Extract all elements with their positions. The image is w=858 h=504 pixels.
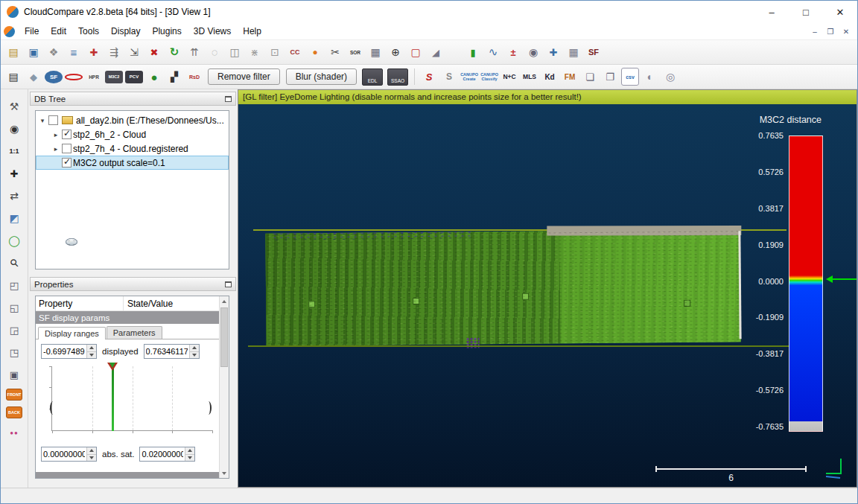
canupo-classify-icon[interactable]: CANUPO Classify xyxy=(480,68,498,86)
sat-max-input[interactable] xyxy=(140,447,185,461)
sor-filter-icon[interactable]: SOR xyxy=(346,43,364,61)
tab-display-ranges[interactable]: Display ranges xyxy=(38,327,106,339)
point-picking-icon[interactable]: ⊕ xyxy=(387,43,404,61)
sat-min-input[interactable] xyxy=(42,447,86,461)
resample-icon[interactable]: ⇶ xyxy=(105,43,123,61)
menu-display[interactable]: Display xyxy=(105,23,146,39)
orient-plane-icon[interactable]: ◢ xyxy=(427,43,445,61)
spin-down-button[interactable] xyxy=(185,454,194,462)
view-front-icon[interactable]: ◲ xyxy=(6,322,22,338)
spin-down-button[interactable] xyxy=(87,351,96,359)
kd-icon[interactable]: Kd xyxy=(541,68,559,86)
tools-icon[interactable]: ⚒ xyxy=(6,98,22,115)
save-icon[interactable]: ▣ xyxy=(25,43,42,61)
snapshot-camera-icon[interactable]: ◉ xyxy=(6,121,22,137)
register-icon[interactable]: ↻ xyxy=(165,43,183,61)
extract-section-icon[interactable]: ⊡ xyxy=(266,43,284,61)
label-icon[interactable]: ● xyxy=(306,43,324,61)
remove-filter-button[interactable]: Remove filter xyxy=(208,68,280,85)
sf-histogram[interactable] xyxy=(45,365,212,441)
visibility-checkbox[interactable] xyxy=(62,130,72,139)
sphere-icon[interactable]: ◐ xyxy=(641,68,659,86)
blur-shader-button[interactable]: Blur (shader) xyxy=(286,68,357,85)
sensor-icon[interactable]: ◉ xyxy=(524,43,542,61)
scrollbar-thumb[interactable] xyxy=(220,307,228,367)
tree-item[interactable]: ▸ stp2_7h_4 - Cloud.registered xyxy=(36,141,229,156)
menu-help[interactable]: Help xyxy=(237,23,267,39)
facet-export-icon[interactable]: ❏ xyxy=(581,68,599,86)
rsd-icon[interactable]: RsD xyxy=(185,68,203,86)
float-panel-button[interactable] xyxy=(225,96,232,102)
mls-icon[interactable]: MLS xyxy=(521,68,538,86)
apply-transformation-icon[interactable]: ⇲ xyxy=(125,43,143,61)
expander-icon[interactable]: ▾ xyxy=(38,117,47,124)
view-iso-icon[interactable]: ▣ xyxy=(6,366,22,383)
zoom-1-1-icon[interactable]: 1:1 xyxy=(6,143,22,159)
tree-item[interactable]: ▸ stp2_6h_2 - Cloud xyxy=(36,127,229,141)
subsample-icon[interactable]: ◌ xyxy=(206,43,223,61)
rgb-colors-icon[interactable]: ▮ xyxy=(464,43,482,61)
m3c2-icon[interactable]: M3C2 xyxy=(105,71,123,83)
maximize-button[interactable]: □ xyxy=(789,1,823,23)
globe-icon[interactable]: ◎ xyxy=(661,68,679,86)
properties-list-icon[interactable]: ≡ xyxy=(65,43,83,61)
menu-file[interactable]: File xyxy=(19,23,45,39)
properties-scrollbar[interactable] xyxy=(219,296,229,478)
mdi-restore-button[interactable]: ❐ xyxy=(824,25,837,37)
view-top-icon[interactable]: ◰ xyxy=(6,277,22,293)
ransac-icon[interactable]: ▞ xyxy=(165,68,183,86)
edl-button[interactable]: EDL xyxy=(362,68,383,86)
hpr-icon[interactable]: HPR xyxy=(85,68,103,86)
tree-item[interactable]: ▾ all_day2.bin (E:/These/Donnees/Us... xyxy=(36,113,229,127)
histogram-marker-icon[interactable] xyxy=(107,363,118,371)
qsra-icon[interactable]: S xyxy=(420,68,438,86)
ellipse-icon[interactable] xyxy=(65,74,83,80)
clone-icon[interactable]: ❖ xyxy=(45,43,63,61)
expander-icon[interactable]: ▸ xyxy=(51,145,60,153)
sf-histogram-icon[interactable]: ∿ xyxy=(484,43,502,61)
spin-up-button[interactable] xyxy=(190,345,199,351)
fm-icon[interactable]: FM xyxy=(561,68,579,86)
scroll-up-button[interactable] xyxy=(220,296,229,306)
cross-section-icon[interactable]: ▦ xyxy=(366,43,384,61)
saturation-handle-left[interactable] xyxy=(50,401,56,415)
striped-box-icon[interactable]: ▤ xyxy=(4,68,22,86)
zoom-fit-icon[interactable]: ✚ xyxy=(6,165,22,182)
iso-view-icon[interactable]: ◩ xyxy=(6,210,22,226)
minimize-button[interactable]: – xyxy=(754,1,789,23)
menu-plugins[interactable]: Plugins xyxy=(146,23,187,39)
merge-icon[interactable]: ✚ xyxy=(85,43,103,61)
rasterize-icon[interactable]: ▦ xyxy=(565,43,582,61)
view-back-icon[interactable]: ◳ xyxy=(6,344,22,360)
fine-registration-icon[interactable]: ⇈ xyxy=(185,43,203,61)
close-button[interactable]: ✕ xyxy=(823,1,857,23)
visibility-checkbox[interactable] xyxy=(62,144,72,153)
sf-display-max-input[interactable] xyxy=(144,345,189,358)
menu-edit[interactable]: Edit xyxy=(45,23,72,39)
sf-minmax-icon[interactable]: ± xyxy=(504,43,522,61)
csv-export-icon[interactable]: csv xyxy=(621,68,639,86)
saturation-handle-right[interactable] xyxy=(206,401,212,415)
clipping-box-icon[interactable]: ▢ xyxy=(407,43,425,61)
facet-import-icon[interactable]: ❐ xyxy=(601,68,619,86)
poisson-icon[interactable]: ● xyxy=(145,68,163,86)
front-view-icon[interactable]: FRONT xyxy=(6,389,22,401)
canupo-create-icon[interactable]: CANUPO Create xyxy=(460,68,478,86)
noise-filter-icon[interactable]: ⋇ xyxy=(246,43,264,61)
add-constant-sf-icon[interactable]: ✚ xyxy=(544,43,562,61)
stereo-icon[interactable]: ●● xyxy=(6,424,22,441)
point-pair-align-icon[interactable]: CC xyxy=(286,43,304,61)
float-panel-button[interactable] xyxy=(225,281,232,287)
spin-up-button[interactable] xyxy=(87,447,96,454)
ssao-button[interactable]: SSAO xyxy=(387,68,408,86)
sf-display-min-input[interactable] xyxy=(42,345,86,358)
expander-icon[interactable]: ▸ xyxy=(51,131,60,138)
tab-parameters[interactable]: Parameters xyxy=(107,326,162,339)
sphere-view-icon[interactable]: ◯ xyxy=(6,232,22,249)
delete-icon[interactable]: ✖ xyxy=(145,43,163,61)
magnifier-icon[interactable]: ⚲ xyxy=(2,251,25,274)
open-icon[interactable]: ▤ xyxy=(4,43,22,61)
octree-icon[interactable]: ◫ xyxy=(226,43,244,61)
mdi-close-button[interactable]: ✕ xyxy=(839,25,853,37)
badge-icon[interactable]: ◆ xyxy=(25,68,42,86)
